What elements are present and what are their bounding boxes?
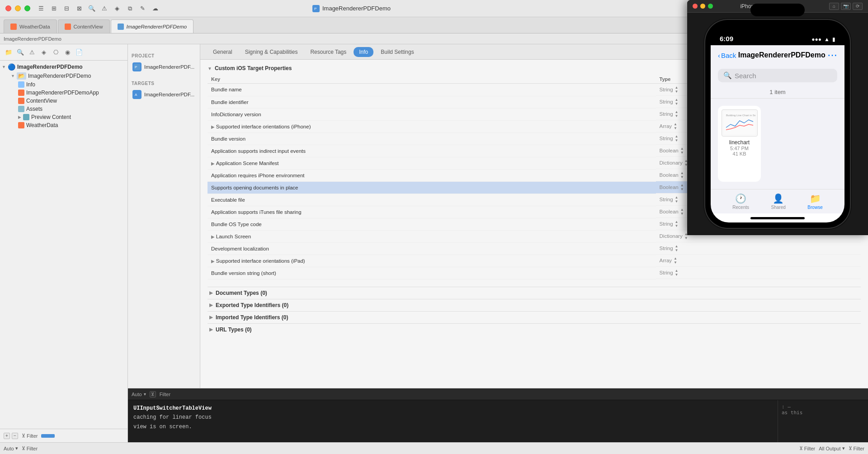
iphone-nav-title: ImageRendererPDFDemo [738, 51, 826, 59]
iphone-back-button[interactable]: ‹ Back [718, 52, 736, 59]
tab-general[interactable]: General [208, 47, 238, 57]
tree-item-contentview[interactable]: ContentView [14, 97, 127, 105]
warning-icon[interactable]: ⚠ [99, 4, 110, 14]
tree-item-preview[interactable]: ▶ Preview Content [14, 113, 127, 121]
collapsed-section-header[interactable]: ▶Imported Type Identifiers (0) [208, 311, 861, 323]
sim-minimize[interactable] [700, 4, 705, 9]
back-chevron-icon: ‹ [718, 52, 720, 59]
value-stepper[interactable]: ▲▼ [680, 208, 684, 216]
debug-nav-icon[interactable]: ⎔ [51, 47, 61, 57]
breadcrumb-item[interactable]: ImageRendererPDFDemo [4, 36, 61, 42]
filter-button-center[interactable]: ⊻ Filter [799, 445, 815, 451]
filter-button-left[interactable]: ⊻ Filter [22, 445, 38, 451]
remove-file-button[interactable]: − [12, 433, 18, 439]
plist-icon [18, 81, 24, 88]
tab-imagerenderer[interactable]: ImageRendererPDFDemo [111, 19, 194, 33]
expand-icon[interactable]: ▶ [211, 259, 216, 264]
sim-maximize[interactable] [708, 4, 713, 9]
value-stepper[interactable]: ▲▼ [680, 171, 684, 179]
tab-contentview[interactable]: ContentView [58, 19, 110, 33]
console-text: UIInputSwitcherTableView caching for lin… [133, 404, 772, 431]
tree-item-weatherdata[interactable]: WeatherData [14, 121, 127, 129]
value-stepper[interactable]: ▲▼ [675, 110, 679, 118]
sim-close[interactable] [693, 4, 698, 9]
tree-item-app[interactable]: ImageRendererPDFDemoApp [14, 89, 127, 97]
value-stepper[interactable]: ▲▼ [675, 98, 679, 106]
swift-icon [10, 24, 17, 30]
property-type: String [660, 99, 673, 104]
filter-button-right[interactable]: ⊻ Filter [849, 445, 864, 451]
value-stepper[interactable]: ▲▼ [680, 147, 684, 155]
add-file-button[interactable]: + [4, 433, 10, 439]
target-item[interactable]: A ImageRendererPDF... [128, 88, 200, 101]
table-row[interactable]: Bundle version string (short)String▲▼ [208, 267, 861, 279]
test-icon[interactable]: ◈ [39, 47, 49, 57]
tree-item-assets[interactable]: Assets [14, 105, 127, 113]
table-row[interactable]: Development localizationString▲▼ [208, 242, 861, 255]
warning-nav-icon[interactable]: ⚠ [27, 47, 37, 57]
tab-resource-tags[interactable]: Resource Tags [305, 47, 352, 57]
collapsed-section-header[interactable]: ▶Exported Type Identifiers (0) [208, 299, 861, 311]
collapsed-section-header[interactable]: ▶URL Types (0) [208, 323, 861, 336]
tab-build-settings[interactable]: Build Settings [375, 47, 419, 57]
hierarchy-icon[interactable]: ⊠ [74, 4, 85, 14]
expand-icon[interactable]: ▶ [211, 124, 216, 129]
console-filter-icon[interactable]: ⊻ [150, 391, 156, 397]
collapsed-section-header[interactable]: ▶Document Types (0) [208, 287, 861, 299]
maximize-button[interactable] [24, 5, 30, 11]
property-key: Bundle version [211, 136, 245, 142]
sim-rotate-icon[interactable]: ⟳ [853, 3, 863, 10]
cloud-icon[interactable]: ☁ [150, 4, 160, 14]
sim-home-icon[interactable]: ⌂ [829, 3, 839, 10]
split-view-icon[interactable]: ⊞ [48, 4, 59, 14]
tab-browse[interactable]: 📁 Browse [807, 193, 822, 210]
breakpoint-icon[interactable]: ◈ [112, 4, 123, 14]
property-type: Array [660, 123, 672, 129]
expand-icon[interactable]: ▶ [211, 234, 216, 239]
tree-root[interactable]: ▼ 🔵 ImageRendererPDFDemo [0, 62, 127, 71]
minimize-button[interactable] [15, 5, 21, 11]
sim-screenshot-icon[interactable]: 📷 [841, 3, 851, 10]
all-output-selector[interactable]: All Output ▾ [819, 445, 844, 451]
tree-item-info[interactable]: Info [14, 80, 127, 89]
report-icon[interactable]: 📄 [74, 47, 84, 57]
value-stepper[interactable]: ▲▼ [680, 183, 684, 191]
grid-icon[interactable]: ⊟ [61, 4, 72, 14]
tab-weatherdata[interactable]: WeatherData [4, 19, 57, 33]
search-toolbar-icon[interactable]: 🔍 [86, 4, 97, 14]
value-stepper[interactable]: ▲▼ [675, 269, 679, 277]
sidebar-toggle-icon[interactable]: ☰ [36, 4, 47, 14]
value-stepper[interactable]: ▲▼ [674, 256, 677, 265]
tab-info[interactable]: Info [354, 47, 373, 57]
project-item-icon: P [132, 62, 142, 71]
tab-signing[interactable]: Signing & Capabilities [240, 47, 303, 57]
filter-navigator-button[interactable]: ⊻ Filter [22, 433, 38, 439]
auto-selector[interactable]: Auto ▾ [132, 392, 146, 397]
filter-icon: ⊻ [22, 433, 25, 439]
value-stepper[interactable]: ▲▼ [675, 85, 679, 94]
value-stepper[interactable]: ▲▼ [674, 122, 677, 130]
tab-shared[interactable]: 👤 Shared [771, 193, 786, 210]
breakpoint-nav-icon[interactable]: ◉ [62, 47, 72, 57]
file-item[interactable]: Building Line Chart in Swift linechart 5… [718, 106, 761, 182]
value-stepper[interactable]: ▲▼ [675, 220, 679, 228]
table-row[interactable]: ▶ Supported interface orientations (iPad… [208, 255, 861, 267]
tab-recents[interactable]: 🕐 Recents [732, 193, 749, 210]
property-type: Boolean [660, 172, 679, 178]
iphone-search-field[interactable]: 🔍 Search [718, 69, 837, 82]
auto-status[interactable]: Auto ▾ [4, 445, 18, 451]
value-stepper[interactable]: ▲▼ [675, 134, 679, 142]
property-key: Development localization [211, 246, 269, 251]
tree-item-main-group[interactable]: ▼ 📂 ImageRendererPDFDemo [7, 71, 127, 80]
value-stepper[interactable]: ▲▼ [675, 244, 679, 252]
preview-folder-icon [23, 114, 29, 120]
expand-icon[interactable]: ▶ [211, 161, 216, 166]
value-stepper[interactable]: ▲▼ [675, 195, 679, 203]
search-nav-icon[interactable]: 🔍 [15, 47, 25, 57]
project-item[interactable]: P ImageRendererPDF... [128, 60, 200, 74]
iphone-more-button[interactable]: ⋯ [827, 49, 837, 61]
close-button[interactable] [5, 5, 11, 11]
share-icon[interactable]: ⧉ [124, 4, 135, 14]
folder-icon[interactable]: 📁 [4, 47, 14, 57]
edit-icon[interactable]: ✎ [137, 4, 148, 14]
